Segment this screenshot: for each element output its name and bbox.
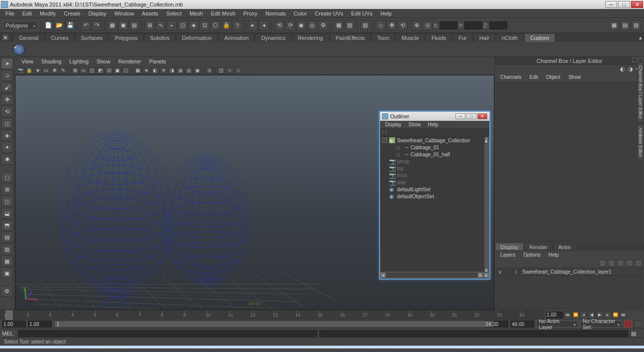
layer-color-cell[interactable]: / [512, 269, 520, 276]
universal-manip-tool-icon[interactable]: ◈ [1, 130, 13, 141]
command-input[interactable] [18, 330, 317, 337]
custom-layout-icon[interactable]: ▣ [1, 268, 13, 279]
vp-shaded-icon[interactable]: ● [143, 67, 150, 74]
vp-safe-action-icon[interactable]: ▣ [114, 67, 121, 74]
menu-edit-uvs[interactable]: Edit UVs [348, 9, 376, 18]
vp-ssao-icon[interactable]: ◎ [185, 67, 193, 74]
layer-visible-cell[interactable]: V [496, 269, 504, 276]
menu-edit-mesh[interactable]: Edit Mesh [208, 9, 239, 18]
vp-menu-panels[interactable]: Panels [146, 58, 170, 64]
layer-type-cell[interactable] [504, 269, 512, 276]
step-forward-icon[interactable]: ▸ [604, 312, 611, 319]
menu-help[interactable]: Help [377, 9, 396, 18]
vp-exposure-icon[interactable]: ☼ [234, 67, 242, 74]
layer-tab-display[interactable]: Display [495, 243, 524, 251]
snap-plane-icon[interactable]: ◫ [178, 20, 188, 30]
outliner-window[interactable]: Outliner ─ □ ✕ DisplayShowHelp ⁝⁝ −◆Swee… [379, 111, 490, 280]
shelf-tab-toon[interactable]: Toon [371, 33, 395, 42]
shelf-tab-fur[interactable]: Fur [452, 33, 473, 42]
undo-icon[interactable]: ↶ [81, 20, 91, 30]
shelf-tab-surfaces[interactable]: Surfaces [75, 33, 108, 42]
scale-tool-icon[interactable]: ◫ [1, 118, 13, 129]
range-start-input-b[interactable] [28, 321, 52, 328]
render-settings-icon[interactable]: ⚙ [318, 20, 328, 30]
menu-display[interactable]: Display [85, 9, 110, 18]
go-to-end-icon[interactable]: ⏭ [620, 312, 627, 319]
vp-gate-mask-icon[interactable]: ◩ [97, 67, 104, 74]
current-frame-input[interactable] [546, 312, 563, 319]
move-tool-icon[interactable]: ✥ [1, 94, 13, 105]
vp-menu-show[interactable]: Show [93, 58, 114, 64]
select-tool-icon[interactable]: ➤ [1, 58, 13, 69]
menu-edit[interactable]: Edit [19, 9, 35, 18]
ipr-render-icon[interactable]: ◎ [307, 20, 317, 30]
select-by-component-icon[interactable]: ▤ [129, 20, 139, 30]
channel-menu-channels[interactable]: Channels [497, 74, 525, 80]
go-to-start-icon[interactable]: ⏮ [564, 312, 571, 319]
scroll-left-icon[interactable]: ◂ [380, 272, 386, 278]
menu-file[interactable]: File [2, 9, 18, 18]
module-dropdown[interactable]: Polygons [3, 21, 38, 30]
vp-image-plane-icon[interactable]: ▭ [42, 67, 50, 74]
vtab-attribute-editor[interactable]: Attribute Editor [637, 124, 644, 161]
range-handle[interactable]: 124 [54, 321, 493, 327]
make-live-icon[interactable]: ⬡ [211, 20, 220, 30]
layer-tab-anim[interactable]: Anim [553, 243, 576, 251]
tree-child-0[interactable]: Cabbage_01 [411, 145, 439, 150]
vp-use-lights-icon[interactable]: ☀ [160, 67, 167, 74]
layer-menu-options[interactable]: Options [520, 252, 544, 258]
shelf-tab-subdivs[interactable]: Subdivs [144, 33, 176, 42]
vp-field-chart-icon[interactable]: ⊡ [105, 67, 113, 74]
vp-motion-blur-icon[interactable]: ◉ [194, 67, 201, 74]
vp-xray-icon[interactable]: ◫ [217, 67, 225, 74]
shelf-tab-general[interactable]: General [13, 33, 44, 42]
sidebar-toggle-a-icon[interactable]: ▦ [609, 20, 619, 30]
expand-icon[interactable]: − [382, 138, 387, 143]
playhead[interactable] [5, 311, 12, 320]
vtab-channel-box[interactable]: Channel Box / Layer Editor [637, 62, 644, 123]
tool-settings-icon[interactable]: ⚙ [1, 286, 13, 297]
panel-pin-icon[interactable] [632, 57, 637, 62]
tree-root[interactable]: Sweetheart_Cabbage_Collection [397, 138, 470, 143]
outliner-minimize-button[interactable]: ─ [455, 113, 465, 119]
snap-live-icon[interactable]: ◈ [189, 20, 199, 30]
x-input[interactable] [439, 21, 457, 29]
soft-mod-tool-icon[interactable]: ✦ [1, 142, 13, 153]
snap-curve-icon[interactable]: ∿ [156, 20, 166, 30]
layer-icon-e[interactable] [635, 260, 642, 267]
vp-menu-shading[interactable]: Shading [38, 58, 65, 64]
relative-icon[interactable]: ⊙ [423, 20, 432, 30]
cmd-language-label[interactable]: MEL [2, 331, 16, 337]
single-pane-icon[interactable]: ▢ [1, 172, 13, 183]
four-panes-icon[interactable]: ⊞ [1, 184, 13, 195]
vp-wireframe-icon[interactable]: ▦ [134, 67, 142, 74]
shelf-tab-dynamics[interactable]: Dynamics [255, 33, 291, 42]
paint-select-tool-icon[interactable]: 🖌 [1, 82, 13, 93]
menu-proxy[interactable]: Proxy [240, 9, 261, 18]
character-set-dropdown[interactable]: No Character Set [580, 321, 622, 328]
menu-create-uvs[interactable]: Create UVs [311, 9, 347, 18]
play-back-icon[interactable]: ◀ [588, 312, 595, 319]
outliner-persp-icon[interactable]: ▤ [1, 232, 13, 243]
three-panes-icon[interactable]: ⬒ [1, 220, 13, 231]
tree-cam-3[interactable]: side [397, 180, 406, 185]
sidebar-toggle-c-icon[interactable]: ▥ [631, 20, 641, 30]
shelf-tab-custom[interactable]: Custom [524, 33, 555, 42]
layer-name[interactable]: Sweetheart_Cabbage_Collection_layer1 [520, 269, 612, 275]
vp-hq-icon[interactable]: ◍ [177, 67, 184, 74]
vp-2d-pan-icon[interactable]: ✥ [51, 67, 58, 74]
play-forward-icon[interactable]: ▶ [596, 312, 603, 319]
channel-icon-a[interactable]: ◐ [620, 66, 626, 72]
outliner-tree[interactable]: −◆Sweetheart_Cabbage_Collection ◇⊸Cabbag… [380, 137, 489, 272]
shelf-tab-muscle[interactable]: Muscle [396, 33, 425, 42]
snap-point-icon[interactable]: • [167, 20, 177, 30]
shelf-tab-ncloth[interactable]: nCloth [496, 33, 524, 42]
scroll-right-b-icon[interactable]: ▸ [483, 272, 489, 278]
redo-icon[interactable]: ↷ [92, 20, 102, 30]
vp-film-gate-icon[interactable]: ▭ [80, 67, 87, 74]
two-panes-v-icon[interactable]: ◫ [1, 196, 13, 207]
shelf-tab-hair[interactable]: Hair [473, 33, 495, 42]
outliner-menu-show[interactable]: Show [406, 122, 424, 127]
vp-select-camera-icon[interactable]: 📷 [17, 67, 24, 74]
select-by-hierarchy-icon[interactable]: ▦ [107, 20, 117, 30]
